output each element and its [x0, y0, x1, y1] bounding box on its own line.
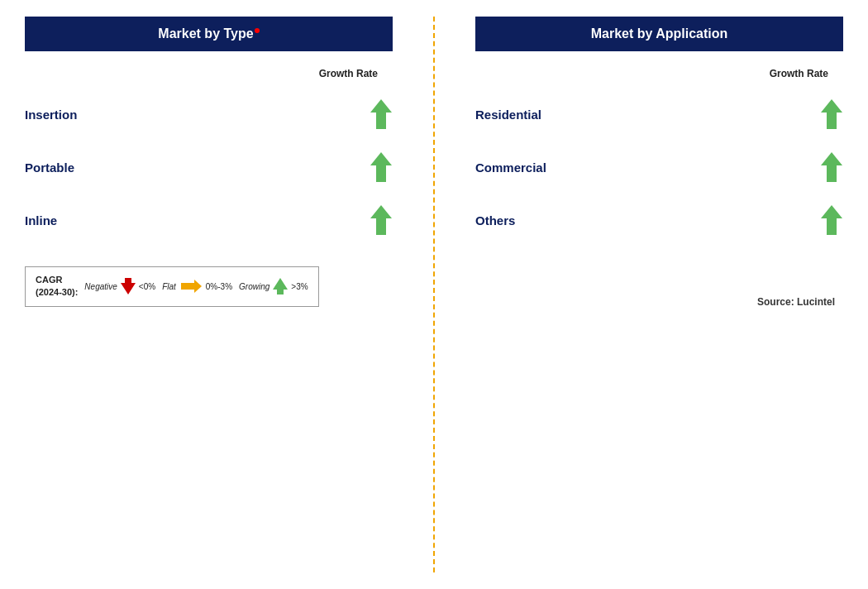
- row-residential: Residential: [475, 88, 843, 141]
- row-insertion: Insertion: [25, 88, 393, 141]
- legend-growing-label: Growing: [239, 282, 269, 291]
- row-others: Others: [475, 194, 843, 247]
- svg-marker-2: [370, 205, 392, 235]
- svg-marker-1: [370, 152, 392, 182]
- left-panel-header: Market by Type: [25, 17, 393, 51]
- legend-box: CAGR (2024-30): Negative <0% Flat 0%-3%: [25, 266, 319, 307]
- svg-marker-4: [181, 280, 202, 293]
- legend-flat-label: Flat: [162, 282, 176, 291]
- others-arrow-up: [820, 204, 843, 237]
- svg-marker-8: [821, 205, 842, 235]
- source-text: Source: Lucintel: [475, 296, 843, 308]
- negative-arrow-icon: [121, 276, 136, 296]
- legend-negative-label: Negative: [84, 282, 117, 291]
- left-panel: Market by Type Growth Rate Insertion Por…: [0, 0, 434, 589]
- cagr-years: (2024-30):: [36, 286, 78, 299]
- portable-label: Portable: [25, 160, 74, 175]
- right-panel-header: Market by Application: [475, 17, 843, 51]
- main-container: Market by Type Growth Rate Insertion Por…: [0, 0, 868, 589]
- portable-arrow-up: [370, 151, 393, 184]
- left-panel-title: Market by Type: [158, 26, 253, 41]
- right-panel-title: Market by Application: [591, 26, 728, 41]
- insertion-label: Insertion: [25, 108, 77, 122]
- row-portable: Portable: [25, 141, 393, 194]
- legend-negative: Negative <0%: [84, 276, 155, 296]
- right-growth-rate-label: Growth Rate: [475, 68, 843, 79]
- legend-growing: Growing >3%: [239, 276, 308, 296]
- inline-label: Inline: [25, 213, 57, 227]
- legend-growing-range: >3%: [291, 282, 308, 291]
- svg-marker-0: [370, 99, 392, 129]
- commercial-label: Commercial: [475, 160, 546, 175]
- svg-marker-6: [821, 99, 842, 129]
- cagr-title: CAGR: [36, 274, 78, 286]
- legend-flat: Flat 0%-3%: [162, 279, 232, 294]
- legend-negative-range: <0%: [139, 282, 155, 291]
- red-dot-indicator: [255, 28, 260, 33]
- residential-label: Residential: [475, 108, 541, 122]
- svg-marker-3: [121, 278, 136, 294]
- growing-arrow-icon: [273, 276, 288, 296]
- inline-arrow-up: [370, 204, 393, 237]
- commercial-arrow-up: [820, 151, 843, 184]
- svg-marker-5: [273, 278, 288, 294]
- insertion-arrow-up: [370, 98, 393, 131]
- right-panel: Market by Application Growth Rate Reside…: [434, 0, 868, 589]
- row-commercial: Commercial: [475, 141, 843, 194]
- left-growth-rate-label: Growth Rate: [25, 68, 393, 79]
- flat-arrow-icon: [179, 279, 203, 294]
- residential-arrow-up: [820, 98, 843, 131]
- svg-marker-7: [821, 152, 842, 182]
- others-label: Others: [475, 213, 515, 227]
- legend-cagr-label: CAGR (2024-30):: [36, 274, 78, 299]
- legend-flat-range: 0%-3%: [206, 282, 232, 291]
- row-inline: Inline: [25, 194, 393, 247]
